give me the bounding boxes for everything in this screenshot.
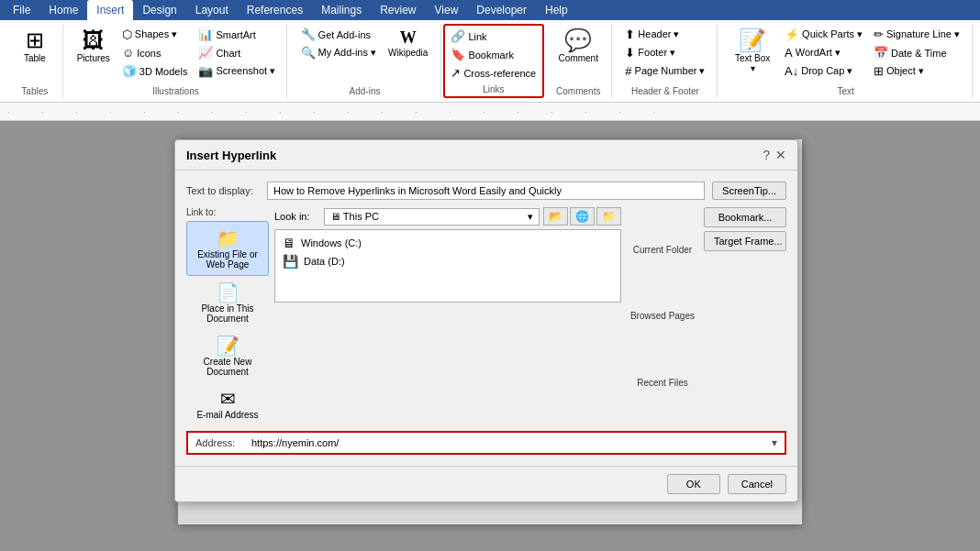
quick-parts-button[interactable]: ⚡ Quick Parts ▾: [780, 26, 867, 43]
group-text-label: Text: [837, 84, 853, 96]
look-in-select[interactable]: 🖥 This PC ▾: [324, 208, 540, 226]
get-addins-icon: 🔧: [301, 28, 316, 41]
footer-button[interactable]: ⬇ Footer ▾: [620, 44, 709, 61]
comment-button[interactable]: 💬 Comment: [553, 26, 604, 67]
get-addins-button[interactable]: 🔧 Get Add-ins: [296, 26, 381, 43]
text-display-input[interactable]: [267, 182, 705, 200]
date-time-button[interactable]: 📅 Date & Time: [869, 44, 964, 61]
document-area: 🐋🐋🐋🐋🐋🐋 🐋🐋🐋🐋🐋🐋 🐋🐋🐋🐋🐋🐋 🐋🐋🐋🐋🐋🐋 🐋🐋🐋🐋🐋🐋 How t…: [0, 121, 980, 551]
text-display-label: Text to display:: [186, 185, 260, 196]
wikipedia-button[interactable]: W Wikipedia: [383, 26, 433, 61]
tab-file[interactable]: File: [4, 0, 39, 20]
cancel-button[interactable]: Cancel: [728, 474, 786, 494]
header-button[interactable]: ⬆ Header ▾: [620, 26, 709, 43]
address-dropdown-icon[interactable]: ▾: [772, 436, 777, 449]
target-frame-button[interactable]: Target Frame...: [704, 231, 786, 251]
screentip-button[interactable]: ScreenTip...: [712, 182, 786, 200]
tab-insert[interactable]: Insert: [87, 0, 133, 20]
link-to-label: Link to:: [186, 207, 269, 217]
tab-mailings[interactable]: Mailings: [312, 0, 371, 20]
bookmark-action-button[interactable]: Bookmark...: [704, 207, 786, 227]
group-comments-label: Comments: [556, 84, 600, 96]
wordart-button[interactable]: A WordArt ▾: [780, 44, 867, 61]
ribbon-tab-bar: File Home Insert Design Layout Reference…: [0, 0, 980, 20]
new-folder-button[interactable]: 📁: [596, 207, 621, 226]
tab-design[interactable]: Design: [133, 0, 185, 20]
chart-button[interactable]: 📈 Chart: [194, 44, 280, 61]
ok-button[interactable]: OK: [667, 474, 720, 494]
icons-button[interactable]: ☺ Icons: [117, 44, 193, 61]
existing-file-nav[interactable]: 📁 Existing File or Web Page: [186, 221, 269, 276]
page-number-icon: #: [625, 64, 631, 78]
place-in-document-nav[interactable]: 📄 Place in This Document: [186, 276, 269, 329]
pictures-button[interactable]: 🖼 Pictures: [72, 26, 116, 67]
table-icon: ⊞: [26, 29, 44, 51]
recent-files-label[interactable]: Recent Files: [627, 374, 698, 391]
pictures-icon: 🖼: [83, 29, 105, 51]
ribbon-body: ⊞ Table Tables 🖼 Pictures ⬡ Shapes ▾: [0, 20, 980, 103]
dialog-title-bar: Insert Hyperlink ? ✕: [175, 140, 797, 171]
tab-layout[interactable]: Layout: [186, 0, 238, 20]
group-tables-label: Tables: [21, 84, 48, 96]
quick-parts-icon: ⚡: [785, 28, 799, 41]
group-text: 📝 Text Box ▾ ⚡ Quick Parts ▾ A WordArt ▾…: [719, 24, 973, 98]
3d-models-button[interactable]: 🧊 3D Models: [117, 62, 193, 80]
tab-view[interactable]: View: [426, 0, 468, 20]
signature-line-button[interactable]: ✏ Signature Line ▾: [869, 26, 964, 43]
cross-reference-icon: ↗: [451, 66, 461, 80]
file-list: 🖥 Windows (C:) 💾 Data (D:): [274, 229, 621, 303]
drop-cap-button[interactable]: A↓ Drop Cap ▾: [780, 62, 867, 80]
group-links-label: Links: [483, 83, 504, 94]
my-addins-icon: 🔍: [301, 46, 316, 60]
look-in-icons: 📂 🌐 📁: [543, 207, 621, 226]
tab-review[interactable]: Review: [371, 0, 425, 20]
3d-models-icon: 🧊: [122, 64, 137, 78]
create-new-nav[interactable]: 📝 Create New Document: [186, 329, 269, 382]
group-addins: 🔧 Get Add-ins 🔍 My Add-ins ▾ W Wikipedia…: [289, 24, 441, 98]
look-in-label: Look in:: [274, 211, 320, 222]
icons-icon: ☺: [122, 46, 134, 60]
tab-home[interactable]: Home: [39, 0, 87, 20]
folder-up-button[interactable]: 📂: [543, 207, 568, 226]
comment-icon: 💬: [564, 29, 592, 51]
browsed-pages-label[interactable]: Browsed Pages: [627, 307, 698, 325]
cross-reference-button[interactable]: ↗ Cross-reference: [446, 64, 540, 82]
object-button[interactable]: ⊞ Object ▾: [869, 62, 964, 80]
email-address-nav[interactable]: ✉ E-mail Address: [186, 382, 269, 425]
bookmark-button[interactable]: 🔖 Bookmark: [446, 46, 540, 63]
group-comments: 💬 Comment Comments: [546, 24, 612, 98]
shapes-button[interactable]: ⬡ Shapes ▾: [117, 26, 193, 43]
page-number-button[interactable]: # Page Number ▾: [620, 62, 709, 80]
object-icon: ⊞: [874, 64, 884, 78]
create-new-icon: 📝: [217, 335, 239, 357]
link-button[interactable]: 🔗 Link: [446, 28, 540, 45]
tab-help[interactable]: Help: [536, 0, 577, 20]
my-addins-button[interactable]: 🔍 My Add-ins ▾: [296, 44, 381, 61]
group-illustrations: 🖼 Pictures ⬡ Shapes ▾ ☺ Icons 🧊 3D Model…: [65, 24, 288, 98]
footer-icon: ⬇: [625, 46, 635, 60]
browse-web-button[interactable]: 🌐: [570, 207, 595, 226]
wordart-icon: A: [785, 46, 793, 60]
close-icon[interactable]: ✕: [775, 148, 786, 162]
dialog-content-area: Look in: 🖥 This PC ▾ 📂 🌐 📁: [274, 207, 621, 425]
insert-hyperlink-dialog: Insert Hyperlink ? ✕ Text to display: Sc…: [174, 139, 798, 502]
current-folder-label[interactable]: Current Folder: [627, 241, 698, 259]
tab-references[interactable]: References: [238, 0, 312, 20]
table-button[interactable]: ⊞ Table: [15, 26, 55, 67]
place-icon: 📄: [217, 281, 239, 303]
screenshot-button[interactable]: 📷 Screenshot ▾: [194, 62, 280, 80]
existing-file-icon: 📁: [217, 227, 239, 249]
data-drive-icon: 💾: [283, 254, 298, 269]
address-row: Address: ▾: [186, 431, 786, 455]
smartart-button[interactable]: 📊 SmartArt: [194, 26, 280, 43]
file-item-windows[interactable]: 🖥 Windows (C:): [279, 234, 617, 252]
file-item-data[interactable]: 💾 Data (D:): [279, 252, 617, 270]
text-box-button[interactable]: 📝 Text Box ▾: [727, 26, 778, 77]
dialog-title-icons: ? ✕: [763, 148, 786, 162]
ruler-bar: · · · · · · · · · · · · · · · · · · · ·: [7, 103, 973, 120]
screenshot-icon: 📷: [198, 64, 213, 78]
help-icon[interactable]: ?: [763, 148, 770, 162]
tab-developer[interactable]: Developer: [467, 0, 536, 20]
address-input[interactable]: [251, 437, 766, 448]
group-illustrations-label: Illustrations: [152, 84, 199, 96]
